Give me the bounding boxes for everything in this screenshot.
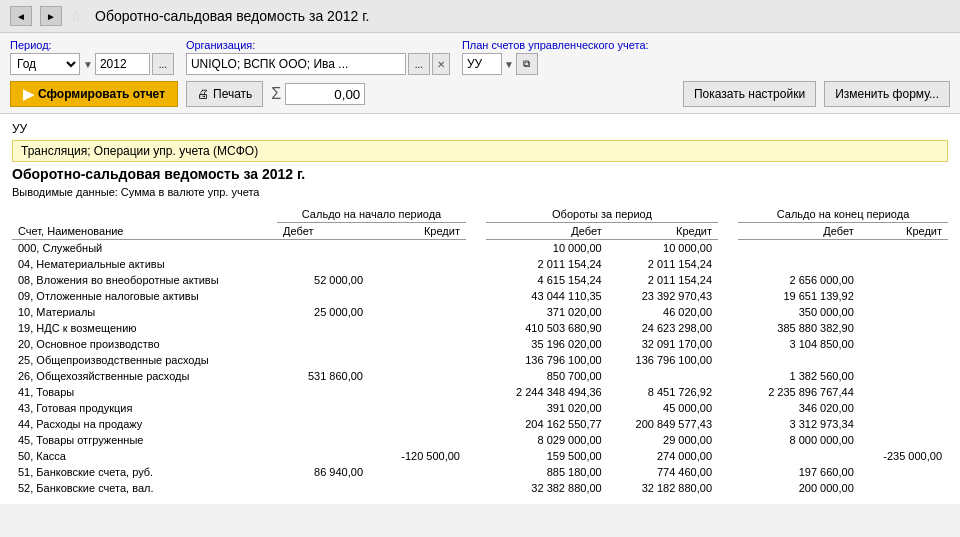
period-select[interactable]: Год Квартал Месяц [10,53,80,75]
cell-value: -235 000,00 [860,448,948,464]
cell-value [277,352,369,368]
cell-value [277,384,369,400]
cell-value: 136 796 100,00 [608,352,718,368]
print-button[interactable]: 🖨 Печать [186,81,263,107]
col-close-header: Сальдо на конец периода [738,206,948,223]
content-area: УУ Трансляция; Операции упр. учета (МСФО… [0,114,960,504]
printer-icon: 🖨 [197,87,209,101]
cell-value [369,304,466,320]
table-row: 26, Общехозяйственные расходы531 860,008… [12,368,948,384]
cell-value [369,336,466,352]
cell-value: 774 460,00 [608,464,718,480]
cell-value [860,368,948,384]
col-turn-credit: Кредит [608,223,718,240]
table-row: 19, НДС к возмещению410 503 680,9024 623… [12,320,948,336]
cell-value: 197 660,00 [738,464,860,480]
star-icon[interactable]: ☆ [70,8,83,24]
cell-value [277,320,369,336]
cell-value [860,432,948,448]
cell-value: 10 000,00 [608,240,718,257]
cell-value: 2 244 348 494,36 [486,384,608,400]
data-table: Счет, Наименование Сальдо на начало пери… [12,206,948,496]
table-row: 44, Расходы на продажу204 162 550,77200 … [12,416,948,432]
cell-value [369,352,466,368]
cell-account: 26, Общехозяйственные расходы [12,368,277,384]
play-icon: ▶ [23,86,34,102]
cell-value: 8 000 000,00 [738,432,860,448]
cell-value [369,384,466,400]
cell-value: 2 011 154,24 [608,272,718,288]
cell-value: 274 000,00 [608,448,718,464]
action-row: ▶ Сформировать отчет 🖨 Печать Σ Показать… [10,81,950,107]
org-input[interactable] [186,53,406,75]
cell-value: 3 312 973,34 [738,416,860,432]
table-row: 43, Готовая продукция391 020,0045 000,00… [12,400,948,416]
cell-value [738,448,860,464]
cell-value [860,480,948,496]
cell-value [738,256,860,272]
cell-value: 46 020,00 [608,304,718,320]
cell-value [860,384,948,400]
generate-button[interactable]: ▶ Сформировать отчет [10,81,178,107]
table-row: 08, Вложения во внеоборотные активы52 00… [12,272,948,288]
cell-value: 8 451 726,92 [608,384,718,400]
cell-value [369,320,466,336]
cell-account: 20, Основное производство [12,336,277,352]
year-dots-button[interactable]: ... [152,53,174,75]
org-clear-button[interactable]: ✕ [432,53,450,75]
period-label: Период: [10,39,174,51]
cell-value: 410 503 680,90 [486,320,608,336]
sigma-input[interactable] [285,83,365,105]
cell-value [860,288,948,304]
org-group: Организация: ... ✕ [186,39,450,75]
settings-button[interactable]: Показать настройки [683,81,816,107]
cell-account: 25, Общепроизводственные расходы [12,352,277,368]
plan-copy-button[interactable]: ⧉ [516,53,538,75]
change-form-button[interactable]: Изменить форму... [824,81,950,107]
cell-value: 2 011 154,24 [608,256,718,272]
cell-value: -120 500,00 [369,448,466,464]
plan-label: План счетов управленческого учета: [462,39,649,51]
org-dots-button[interactable]: ... [408,53,430,75]
col-open-credit: Кредит [369,223,466,240]
cell-value: 86 940,00 [277,464,369,480]
cell-value: 204 162 550,77 [486,416,608,432]
cell-account: 43, Готовая продукция [12,400,277,416]
cell-value [369,256,466,272]
cell-account: 19, НДС к возмещению [12,320,277,336]
cell-account: 50, Касса [12,448,277,464]
period-dropdown-icon: ▼ [83,59,93,70]
cell-value: 19 651 139,92 [738,288,860,304]
forward-button[interactable]: ► [40,6,62,26]
cell-value [369,400,466,416]
cell-value: 25 000,00 [277,304,369,320]
cell-value: 2 656 000,00 [738,272,860,288]
plan-input[interactable] [462,53,502,75]
cell-value: 29 000,00 [608,432,718,448]
cell-value [277,432,369,448]
table-row: 52, Банковские счета, вал.32 382 880,003… [12,480,948,496]
cell-value: 35 196 020,00 [486,336,608,352]
cell-value [277,240,369,257]
col-open-debit: Дебет [277,223,369,240]
cell-value [860,352,948,368]
cell-value: 371 020,00 [486,304,608,320]
cell-value: 531 860,00 [277,368,369,384]
cell-value [277,400,369,416]
cell-value: 850 700,00 [486,368,608,384]
table-row: 20, Основное производство35 196 020,0032… [12,336,948,352]
org-label: Организация: [186,39,450,51]
cell-value: 32 182 880,00 [608,480,718,496]
uu-label: УУ [12,122,948,136]
year-input[interactable] [95,53,150,75]
cell-value [860,464,948,480]
cell-value: 3 104 850,00 [738,336,860,352]
table-row: 45, Товары отгруженные8 029 000,0029 000… [12,432,948,448]
col-turn-debit: Дебет [486,223,608,240]
sigma-icon: Σ [271,85,281,103]
table-row: 000, Служебный10 000,0010 000,00 [12,240,948,257]
back-button[interactable]: ◄ [10,6,32,26]
cell-account: 41, Товары [12,384,277,400]
table-row: 51, Банковские счета, руб.86 940,00885 1… [12,464,948,480]
cell-value [369,432,466,448]
